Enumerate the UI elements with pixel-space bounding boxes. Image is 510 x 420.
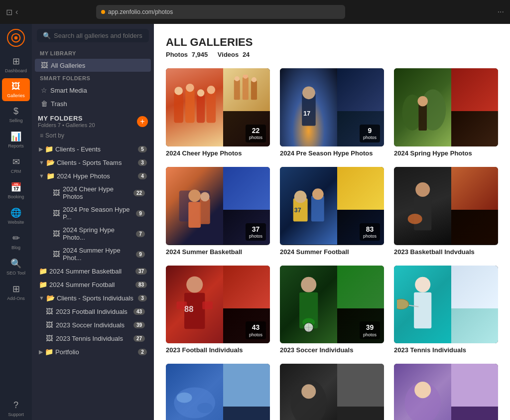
nav-blog[interactable]: ✏ Blog bbox=[2, 230, 30, 253]
page-title: ALL GALLERIES bbox=[166, 36, 498, 49]
search-bar[interactable]: 🔍 bbox=[37, 29, 149, 42]
browser-menu-button[interactable]: ··· bbox=[498, 7, 504, 16]
clients-sports-teams-label: Clients - Sports Teams bbox=[57, 159, 136, 166]
svg-rect-3 bbox=[185, 89, 195, 123]
photos-count: 7,945 bbox=[192, 51, 208, 58]
gallery-item-4[interactable]: 37 83 photos bbox=[280, 167, 384, 256]
gallery-thumb-3: 37 photos bbox=[166, 167, 270, 245]
gallery-item-1[interactable]: 17 9 photos 2024 Pre bbox=[280, 68, 384, 157]
secure-icon bbox=[101, 10, 105, 14]
gallery-icon-5: 🖼 bbox=[46, 307, 53, 315]
gallery-football-individuals[interactable]: 🖼 2023 Football Individuals 43 bbox=[35, 305, 151, 318]
gallery-summer-hype[interactable]: 🖼 2024 Summer Hype Phot... 9 bbox=[35, 244, 151, 264]
nav-support[interactable]: ? Support bbox=[2, 397, 30, 420]
folder-portfolio[interactable]: ▶ 📁 Portfolio 2 bbox=[34, 345, 152, 358]
nav-seo[interactable]: 🔍 SEO Tool bbox=[2, 255, 30, 279]
soccer-ind-badge: 39 bbox=[133, 322, 145, 328]
gallery-soccer-individuals[interactable]: 🖼 2023 Soccer Individuals 39 bbox=[35, 318, 151, 331]
smart-media-label: Smart Media bbox=[50, 87, 145, 94]
folder-clients-sports-individuals[interactable]: ▼ 📂 Clients - Sports Individuals 3 bbox=[34, 291, 152, 304]
seo-icon: 🔍 bbox=[10, 258, 21, 269]
add-folder-button[interactable]: + bbox=[137, 116, 148, 127]
nav-galleries[interactable]: 🖼 Galleries bbox=[2, 78, 30, 101]
hype-photos-badge: 4 bbox=[138, 173, 147, 179]
nav-reports[interactable]: 📊 Reports bbox=[2, 128, 30, 151]
gallery-grid: 22 photos 2024 Cheer Hype Photos bbox=[166, 68, 498, 420]
nav-booking[interactable]: 📅 Booking bbox=[2, 179, 30, 202]
smart-media-item[interactable]: ☆ Smart Media bbox=[35, 84, 151, 97]
window-control-back[interactable]: ‹ bbox=[15, 7, 18, 16]
gallery-thumb-4: 37 83 photos bbox=[280, 167, 384, 245]
page-meta: Photos 7,945 Videos 24 bbox=[166, 51, 498, 58]
folder-2024-hype[interactable]: ▼ 📁 2024 Hype Photos 4 bbox=[34, 169, 152, 182]
trash-item[interactable]: 🗑 Trash bbox=[35, 97, 151, 110]
nav-dashboard[interactable]: ⊞ Dashboard bbox=[2, 53, 30, 76]
browser-top-bar: ⊡ ‹ app.zenfolio.com/photos ··· bbox=[0, 0, 510, 24]
portfolio-label: Portfolio bbox=[55, 348, 136, 356]
gallery-name-0: 2024 Cheer Hype Photos bbox=[166, 149, 270, 157]
clients-events-label: Clients - Events bbox=[55, 145, 136, 153]
count-badge-4: 83 photos bbox=[360, 223, 380, 241]
support-icon: ? bbox=[13, 400, 18, 411]
svg-point-13 bbox=[235, 76, 240, 81]
chevron-down-icon: ▼ bbox=[39, 159, 44, 165]
svg-point-32 bbox=[312, 188, 324, 200]
folder-clients-events[interactable]: ▶ 📁 Clients - Events 5 bbox=[34, 142, 152, 155]
folder-summer-football[interactable]: 📁 2024 Summer Football 83 bbox=[34, 278, 152, 291]
svg-point-57 bbox=[414, 382, 431, 398]
gallery-pre-season[interactable]: 🖼 2024 Pre Season Hype P... 9 bbox=[35, 203, 151, 223]
sort-by-row[interactable]: ≡ Sort by bbox=[32, 130, 154, 142]
gallery-thumb-6: 88 43 photos bbox=[166, 266, 270, 344]
window-control-close[interactable]: ⊡ bbox=[6, 7, 12, 17]
count-badge-0: 22 photos bbox=[246, 125, 266, 142]
all-galleries-item[interactable]: 🖼 All Galleries bbox=[35, 59, 151, 72]
gallery-cheer-hype[interactable]: 🖼 2024 Cheer Hype Photos 22 bbox=[35, 183, 151, 203]
svg-point-36 bbox=[186, 277, 203, 293]
svg-text:17: 17 bbox=[303, 110, 310, 117]
gallery-item-3[interactable]: 37 photos 2024 Summer Basketball bbox=[166, 167, 270, 256]
gallery-item-11[interactable]: placeholder bbox=[394, 364, 498, 420]
folder-clients-sports-teams[interactable]: ▼ 📂 Clients - Sports Teams 3 bbox=[34, 156, 152, 169]
gallery-thumb-1: 17 9 photos bbox=[280, 68, 384, 146]
gallery-name-7: 2023 Soccer Individuals bbox=[280, 346, 384, 354]
app-logo[interactable] bbox=[7, 29, 25, 47]
gallery-item-10[interactable]: placeholder bbox=[280, 364, 384, 420]
chevron-right-icon: ▶ bbox=[39, 146, 43, 152]
gallery-item-7[interactable]: 39 photos 2023 Soccer Individuals bbox=[280, 266, 384, 354]
gallery-item-2[interactable]: 2024 Spring Hype Photos bbox=[394, 68, 498, 157]
all-galleries-label: All Galleries bbox=[51, 62, 145, 69]
gallery-thumb-8 bbox=[394, 266, 498, 344]
gallery-item-9[interactable]: placeholder bbox=[166, 364, 270, 420]
nav-selling[interactable]: $ Selling bbox=[2, 103, 30, 126]
nav-crm[interactable]: ✉ CRM bbox=[2, 153, 30, 177]
videos-count: 24 bbox=[243, 51, 250, 58]
svg-rect-21 bbox=[418, 102, 427, 131]
gallery-name-5: 2023 Basketball Indvduals bbox=[394, 248, 498, 256]
gallery-item-6[interactable]: 88 43 photos 2023 Fo bbox=[166, 266, 270, 354]
nav-addons[interactable]: ⊞ Add-Ons bbox=[2, 280, 30, 304]
gallery-thumb-5 bbox=[394, 167, 498, 245]
selling-icon: $ bbox=[13, 106, 18, 117]
nav-website[interactable]: 🌐 Website bbox=[2, 204, 30, 228]
gallery-spring-hype[interactable]: 🖼 2024 Spring Hype Photo... 7 bbox=[35, 224, 151, 244]
gallery-item-0[interactable]: 22 photos 2024 Cheer Hype Photos bbox=[166, 68, 270, 157]
gallery-name-2: 2024 Spring Hype Photos bbox=[394, 149, 498, 157]
football-ind-label: 2023 Football Individuals bbox=[56, 308, 130, 315]
svg-point-8 bbox=[197, 89, 204, 96]
search-input[interactable] bbox=[54, 32, 143, 39]
gallery-item-8[interactable]: 2023 Tennis Individuals bbox=[394, 266, 498, 354]
window-controls: ⊡ ‹ bbox=[6, 7, 18, 17]
svg-point-24 bbox=[188, 189, 201, 202]
count-badge-3: 37 photos bbox=[246, 223, 266, 241]
svg-rect-5 bbox=[206, 91, 216, 123]
folder-open-icon-2: 📂 bbox=[46, 294, 55, 302]
gallery-icon-6: 🖼 bbox=[46, 321, 53, 329]
url-bar[interactable]: app.zenfolio.com/photos bbox=[96, 5, 345, 19]
gallery-thumb-10 bbox=[280, 364, 384, 420]
summer-football-badge: 83 bbox=[135, 281, 147, 288]
gallery-tennis-individuals[interactable]: 🖼 2023 Tennis Individuals 27 bbox=[35, 332, 151, 345]
gallery-item-5[interactable]: 2023 Basketball Indvduals bbox=[394, 167, 498, 256]
search-icon: 🔍 bbox=[43, 32, 51, 39]
folder-summer-basketball[interactable]: 📁 2024 Summer Basketball 37 bbox=[34, 265, 152, 278]
reports-icon: 📊 bbox=[10, 131, 21, 142]
